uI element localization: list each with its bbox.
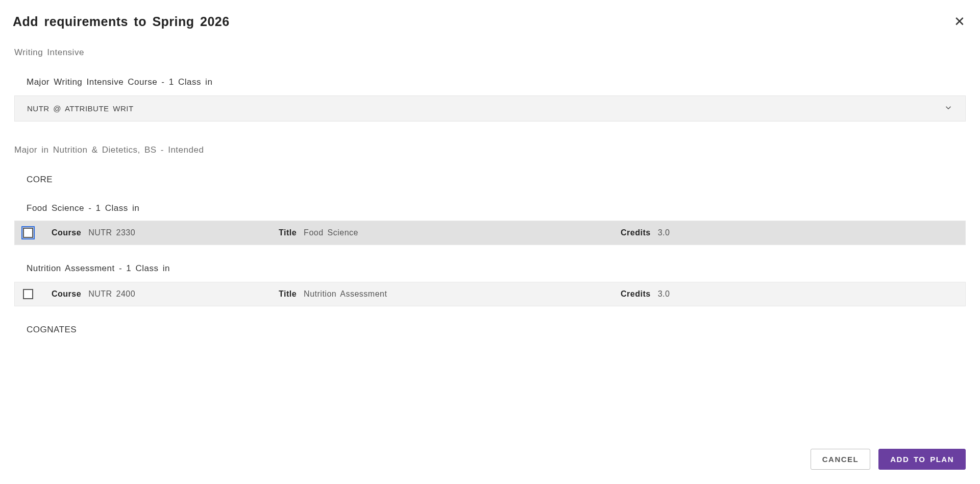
dialog-title: Add requirements to Spring 2026 [13, 14, 230, 29]
title-value: Food Science [304, 228, 358, 237]
title-label: Title [279, 289, 297, 299]
core-subheading: CORE [0, 159, 980, 193]
cancel-button[interactable]: CANCEL [811, 449, 871, 470]
credits-col: Credits 3.0 [621, 228, 670, 237]
dialog-header: Add requirements to Spring 2026 ✕ [0, 0, 980, 35]
title-value: Nutrition Assessment [304, 289, 387, 299]
title-col: Title Nutrition Assessment [279, 289, 621, 299]
dialog-footer: CANCEL ADD TO PLAN [0, 439, 980, 484]
writing-intensive-subheading: Major Writing Intensive Course - 1 Class… [0, 62, 980, 95]
writing-intensive-collapsed-row[interactable]: NUTR @ ATTRIBUTE WRIT [14, 95, 966, 122]
checkbox-food-science[interactable] [23, 228, 33, 238]
close-icon: ✕ [954, 14, 965, 29]
section-major-label: Major in Nutrition & Dietetics, BS - Int… [0, 122, 980, 159]
credits-label: Credits [621, 228, 651, 237]
cognates-subheading: COGNATES [0, 306, 980, 343]
collapsed-row-label: NUTR @ ATTRIBUTE WRIT [27, 104, 134, 113]
credits-label: Credits [621, 289, 651, 299]
course-row-food-science[interactable]: Course NUTR 2330 Title Food Science Cred… [14, 221, 966, 245]
add-requirements-dialog: Add requirements to Spring 2026 ✕ Writin… [0, 0, 980, 484]
course-value: NUTR 2400 [88, 289, 135, 299]
course-col: Course NUTR 2400 [52, 289, 279, 299]
title-col: Title Food Science [279, 228, 621, 237]
food-science-heading: Food Science - 1 Class in [0, 193, 980, 221]
requirements-scroll-area[interactable]: Writing Intensive Major Writing Intensiv… [0, 40, 980, 439]
credits-col: Credits 3.0 [621, 289, 670, 299]
course-row-nutrition-assessment[interactable]: Course NUTR 2400 Title Nutrition Assessm… [14, 282, 966, 306]
course-value: NUTR 2330 [88, 228, 135, 237]
credits-value: 3.0 [658, 289, 670, 299]
section-writing-intensive-label: Writing Intensive [0, 40, 980, 62]
credits-value: 3.0 [658, 228, 670, 237]
nutrition-assessment-heading: Nutrition Assessment - 1 Class in [0, 245, 980, 282]
checkbox-nutrition-assessment[interactable] [23, 289, 33, 299]
chevron-down-icon [944, 103, 953, 114]
title-label: Title [279, 228, 297, 237]
course-label: Course [52, 289, 81, 299]
course-label: Course [52, 228, 81, 237]
course-col: Course NUTR 2330 [52, 228, 279, 237]
add-to-plan-button[interactable]: ADD TO PLAN [878, 449, 966, 470]
close-button[interactable]: ✕ [952, 13, 967, 30]
